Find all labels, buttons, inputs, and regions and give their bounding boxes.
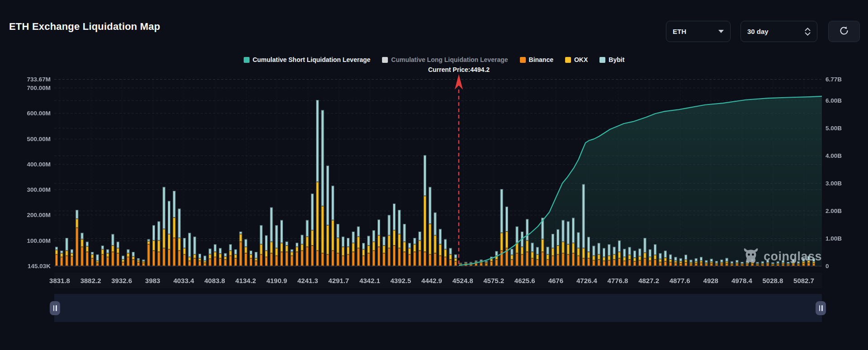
x-axis-tick: 3983 bbox=[145, 277, 160, 284]
y-left-tick: 100.00M bbox=[5, 237, 51, 244]
x-axis-tick: 4033.4 bbox=[173, 277, 194, 284]
y-left-tick: 300.00M bbox=[5, 186, 51, 193]
y-right-tick: 6.00B bbox=[826, 97, 842, 104]
x-axis-tick: 4676 bbox=[548, 277, 563, 284]
y-right-tick: 4.00B bbox=[826, 152, 842, 159]
x-axis-tick: 4524.8 bbox=[453, 277, 473, 284]
y-left-tick: 145.03K bbox=[5, 262, 51, 269]
x-axis-tick: 4827.2 bbox=[638, 277, 659, 284]
x-axis-tick: 3932.6 bbox=[111, 277, 132, 284]
range-slider-right-handle[interactable] bbox=[816, 301, 826, 315]
y-left-tick: 400.00M bbox=[5, 161, 51, 167]
x-axis-tick: 4928 bbox=[703, 277, 718, 284]
x-axis-tick: 4342.1 bbox=[359, 277, 380, 284]
y-left-tick: 600.00M bbox=[5, 110, 51, 117]
y-left-tick: 733.67M bbox=[5, 76, 51, 83]
x-axis-tick: 4392.5 bbox=[390, 277, 411, 284]
x-axis-tick: 5028.8 bbox=[762, 277, 783, 284]
x-axis-tick: 4978.4 bbox=[731, 277, 752, 284]
x-axis-tick: 4241.3 bbox=[297, 277, 318, 284]
x-axis-tick: 4190.9 bbox=[266, 277, 287, 284]
x-axis-tick: 4625.6 bbox=[514, 277, 535, 284]
x-axis-tick: 3831.8 bbox=[49, 277, 70, 284]
x-axis-tick: 4575.2 bbox=[483, 277, 504, 284]
liquidation-map-card: ETH Exchange Liquidation Map ETH 30 day … bbox=[0, 0, 868, 350]
y-right-tick: 0 bbox=[826, 263, 829, 270]
range-slider-track[interactable] bbox=[54, 294, 822, 322]
x-axis-tick: 4877.6 bbox=[670, 277, 690, 284]
x-axis-tick: 4083.8 bbox=[204, 277, 225, 284]
y-right-tick: 1.00B bbox=[826, 235, 842, 241]
x-axis-tick: 4442.9 bbox=[421, 277, 442, 284]
y-right-tick: 2.00B bbox=[826, 207, 842, 214]
y-right-tick: 5.00B bbox=[826, 124, 842, 131]
x-axis-tick: 3882.2 bbox=[80, 277, 101, 284]
x-axis-tick: 4726.4 bbox=[576, 277, 597, 284]
y-left-tick: 700.00M bbox=[5, 84, 51, 91]
y-left-tick: 200.00M bbox=[5, 212, 51, 218]
x-axis-tick: 4776.8 bbox=[608, 277, 628, 284]
x-axis-tick: 5082.7 bbox=[793, 277, 814, 284]
y-right-tick: 6.77B bbox=[826, 76, 842, 83]
y-left-tick: 500.00M bbox=[5, 135, 51, 142]
x-axis-tick: 4134.2 bbox=[236, 277, 256, 284]
range-slider-left-handle[interactable] bbox=[50, 301, 60, 315]
y-right-tick: 3.00B bbox=[826, 180, 842, 186]
x-axis-tick: 4291.7 bbox=[328, 277, 349, 284]
